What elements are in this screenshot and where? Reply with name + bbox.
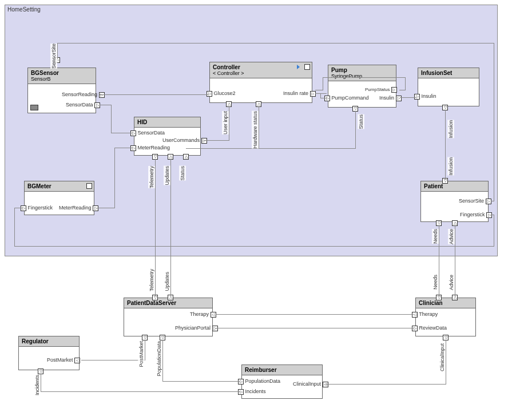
port-infusionset-insulin: ▷ Insulin bbox=[414, 93, 436, 100]
label-infusion1: Infusion bbox=[447, 120, 454, 138]
conn-sensorsite-v2 bbox=[57, 43, 58, 59]
bgmeter-title: BGMeter bbox=[27, 183, 51, 189]
conn-telemetry-v bbox=[155, 159, 156, 296]
port-pump-insulin: Insulin ▷ bbox=[379, 95, 402, 101]
label-needs2: Needs bbox=[432, 275, 439, 290]
conn-updates-v bbox=[170, 159, 171, 296]
conn-sensorreading-glucose2 bbox=[100, 94, 208, 95]
conn-usercmd-v bbox=[229, 106, 229, 141]
controller-ref: < Controller > bbox=[213, 70, 309, 76]
conn-sensordata-v bbox=[111, 105, 112, 133]
reimburser-header: Reimburser bbox=[242, 365, 322, 375]
conn-meter-v bbox=[114, 148, 115, 208]
conn-therapy-h bbox=[216, 314, 414, 315]
port-pds-therapy: Therapy ◁ bbox=[190, 311, 216, 318]
square-icon bbox=[304, 64, 310, 70]
infusionset-title: InfusionSet bbox=[421, 70, 452, 76]
port-hid-sensordata: ▷ SensorData bbox=[130, 130, 165, 136]
label-telemetry2: Telemetry bbox=[148, 269, 155, 291]
conn-usercmd-h bbox=[204, 140, 229, 141]
label-advice2: Advice bbox=[448, 275, 455, 290]
port-pump-pumpcommand: ▷ PumpCommand bbox=[324, 95, 369, 101]
label-userinput: User input bbox=[222, 111, 229, 134]
conn-popdata-h bbox=[162, 381, 240, 382]
port-reimburser-clinicalinput: ClinicalInput ◁ bbox=[293, 381, 328, 387]
label-advice1: Advice bbox=[448, 229, 455, 244]
conn-pumpstatus-h2 bbox=[323, 77, 406, 78]
conn-pumpstatus2-h bbox=[259, 148, 356, 149]
label-hwstatus: Hardware status bbox=[252, 111, 259, 149]
bgsensor-sub: SensorB bbox=[31, 76, 93, 82]
pds-title: PatientDataServer bbox=[127, 300, 176, 306]
label-popdata: PopulationData bbox=[156, 341, 162, 377]
port-clinician-reviewdata: ▷ ReviewData bbox=[412, 325, 447, 331]
controller-block[interactable]: Controller < Controller > bbox=[209, 62, 312, 103]
conn-postmarket-v bbox=[145, 340, 145, 360]
clinician-header: Clinician bbox=[416, 298, 475, 308]
conn-pumpstatus-h bbox=[399, 90, 405, 90]
port-clinician-therapy: ◁ Therapy bbox=[412, 311, 438, 318]
conn-hwstatus-h bbox=[186, 148, 259, 149]
conn-postmarket-h bbox=[81, 360, 145, 360]
conn-infusion-v bbox=[445, 110, 446, 180]
conn-popdata-v bbox=[162, 340, 163, 381]
port-patient-fingerstick: Fingerstick ▷ bbox=[460, 212, 492, 218]
conn-clinicalinput-h bbox=[326, 384, 446, 385]
port-pump-pumpstatus: PumpStatus ▷ bbox=[365, 87, 397, 93]
conn-pumpstatus-v2 bbox=[323, 77, 323, 90]
conn-needs-v bbox=[439, 225, 439, 296]
conn-insulinrate-pumpcommand2 bbox=[320, 98, 327, 98]
label-needs1: Needs bbox=[432, 229, 439, 244]
conn-clinicalinput-v bbox=[446, 340, 446, 384]
patient-title: Patient bbox=[424, 183, 443, 189]
conn-hwstatus-v bbox=[259, 106, 259, 148]
clinician-title: Clinician bbox=[419, 300, 443, 306]
conn-insulinrate-pumpcommand bbox=[315, 93, 327, 94]
regulator-block[interactable]: Regulator bbox=[18, 336, 80, 370]
port-patient-sensorsite: SensorSite ▷ bbox=[459, 198, 491, 204]
conn-insulinrate-pumpcommand-v bbox=[320, 93, 321, 98]
port-regulator-postmarket: PostMarket ◁ bbox=[47, 357, 80, 363]
conn-fingerstick-v2 bbox=[14, 208, 15, 247]
conn-fingerstick-v bbox=[494, 215, 494, 246]
conn-pumpstatus-v bbox=[405, 77, 406, 90]
regulator-title: Regulator bbox=[22, 338, 49, 344]
label-updates2: Updates bbox=[164, 272, 170, 291]
conn-incidents-v bbox=[41, 374, 41, 391]
conn-fingerstick-h2 bbox=[14, 246, 494, 247]
pump-title: Pump bbox=[331, 67, 347, 73]
port-bgsensor-sensorreading: SensorReading ▷ bbox=[62, 92, 105, 98]
bgsensor-title: BGSensor bbox=[31, 70, 59, 76]
port-bgmeter-meterreading: MeterReading ▷ bbox=[59, 205, 98, 211]
label-status-hid: Status bbox=[179, 166, 186, 181]
conn-pumpstatus2-v bbox=[355, 111, 356, 148]
conn-sensorsite-v bbox=[494, 43, 494, 201]
label-updates1: Updates bbox=[164, 166, 170, 185]
port-bgmeter-fingerstick: ▷ Fingerstick bbox=[21, 205, 53, 211]
conn-pump-infusion bbox=[400, 97, 416, 98]
label-telemetry1: Telemetry bbox=[148, 166, 155, 188]
label-postmarket: PostMarket bbox=[138, 341, 145, 367]
port-reimburser-popdata: ▷ PopulationData bbox=[238, 378, 280, 385]
pump-sub: SyringePump bbox=[331, 73, 393, 79]
conn-sensordata-h2 bbox=[111, 133, 132, 133]
conn-meter-h bbox=[97, 208, 114, 208]
port-hid-usercommands: UserCommands ▷ bbox=[162, 137, 207, 144]
arrow-icon bbox=[297, 64, 303, 70]
hid-header: HID bbox=[134, 117, 200, 128]
conn-pumpstatus-h3 bbox=[315, 90, 323, 90]
bgmeter-header: BGMeter bbox=[25, 181, 94, 192]
bgsensor-header: BGSensor SensorB bbox=[28, 68, 96, 84]
port-controller-insulinrate: Insulin rate ▷ bbox=[283, 90, 316, 97]
conn-advice-v bbox=[455, 225, 455, 296]
label-pump-status: Status bbox=[358, 114, 364, 129]
infusionset-block[interactable]: InfusionSet bbox=[418, 68, 479, 106]
controller-title: Controller bbox=[213, 64, 240, 70]
port-bgsensor-sensordata: SensorData ▷ bbox=[66, 102, 100, 108]
label-incidents: Incidents bbox=[34, 375, 41, 395]
patient-header: Patient bbox=[421, 181, 488, 192]
pump-block[interactable]: Pump SyringePump bbox=[328, 65, 396, 108]
label-clinicalinput: ClinicalInput bbox=[439, 343, 446, 371]
port-pds-physportal: PhysicianPortal ▷ bbox=[175, 325, 218, 331]
conn-physportal-h bbox=[216, 328, 414, 328]
